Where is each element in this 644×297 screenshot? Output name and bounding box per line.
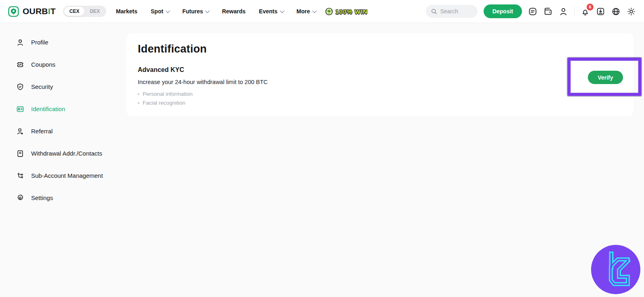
ourbit-logo[interactable]: OURBIT xyxy=(8,6,56,17)
promo-100-win-banner[interactable]: 100% WIN xyxy=(325,8,368,15)
chevron-down-icon xyxy=(205,8,210,13)
ourbit-wordmark: OURBIT xyxy=(23,6,56,16)
sidebar-item-label: Profile xyxy=(31,39,48,46)
main-nav: Markets Spot Futures Rewards Events More xyxy=(116,8,316,15)
sidebar-item-label: Settings xyxy=(31,194,53,201)
search-box[interactable] xyxy=(426,5,478,18)
kyc-requirements-list: Personal information Facial recognition xyxy=(138,90,622,107)
theme-sun-icon[interactable] xyxy=(627,7,636,16)
advanced-kyc-title: Advanced KYC xyxy=(138,66,622,74)
top-navigation-bar: OURBIT CEX DEX Markets Spot Futures Rewa… xyxy=(0,0,644,23)
nav-futures[interactable]: Futures xyxy=(182,8,208,15)
divider xyxy=(574,7,575,16)
account-sidebar: Profile Coupons Security xyxy=(0,23,119,209)
globe-language-icon[interactable] xyxy=(611,7,621,16)
sidebar-item-label: Referral xyxy=(31,128,53,135)
subaccount-branch-icon xyxy=(16,172,24,180)
sidebar-item-label: Sub-Account Management xyxy=(31,172,103,179)
sidebar-item-label: Security xyxy=(31,83,53,90)
sidebar-item-settings[interactable]: Settings xyxy=(0,187,119,209)
page-title: Identification xyxy=(138,43,622,55)
verify-button[interactable]: Verify xyxy=(588,71,623,84)
id-card-icon xyxy=(16,105,24,113)
support-widget-logo[interactable] xyxy=(591,244,641,295)
win-ball-icon xyxy=(325,8,333,15)
sidebar-item-profile[interactable]: Profile xyxy=(0,31,119,53)
chevron-down-icon xyxy=(166,8,170,13)
nav-more[interactable]: More xyxy=(297,8,316,15)
sidebar-item-coupons[interactable]: Coupons xyxy=(0,53,119,76)
identification-card: Identification Advanced KYC Increase you… xyxy=(126,33,633,116)
nav-events[interactable]: Events xyxy=(259,8,283,15)
download-icon[interactable] xyxy=(596,7,605,16)
search-input[interactable] xyxy=(440,8,473,15)
sidebar-item-label: Coupons xyxy=(31,61,55,68)
sidebar-item-label: Withdrawal Addr./Contacts xyxy=(31,150,102,157)
user-plus-icon xyxy=(16,127,24,135)
chevron-down-icon xyxy=(312,8,317,13)
notification-count-badge: 6 xyxy=(587,4,593,11)
sidebar-item-sub-account[interactable]: Sub-Account Management xyxy=(0,164,119,187)
settings-icon xyxy=(16,194,24,202)
address-book-icon xyxy=(16,150,24,158)
shield-check-icon xyxy=(16,83,24,91)
kyc-requirement-item: Facial recognition xyxy=(138,99,622,107)
user-icon xyxy=(16,38,24,46)
sidebar-item-withdrawal-contacts[interactable]: Withdrawal Addr./Contacts xyxy=(0,142,119,164)
kyc-requirement-item: Personal information xyxy=(138,90,622,99)
user-icon[interactable] xyxy=(559,7,568,16)
nav-spot[interactable]: Spot xyxy=(151,8,169,15)
nav-markets[interactable]: Markets xyxy=(116,8,137,15)
sidebar-item-identification[interactable]: Identification xyxy=(0,98,119,120)
sidebar-item-security[interactable]: Security xyxy=(0,76,119,98)
notifications-bell-icon[interactable]: 6 xyxy=(581,7,590,16)
nav-rewards[interactable]: Rewards xyxy=(222,8,245,15)
topbar-actions: Deposit 6 xyxy=(426,4,636,18)
toggle-cex[interactable]: CEX xyxy=(64,7,85,16)
wallet-icon[interactable] xyxy=(543,7,553,16)
sidebar-item-referral[interactable]: Referral xyxy=(0,120,119,142)
ourbit-logo-icon xyxy=(8,6,19,17)
bullet-icon xyxy=(138,102,139,104)
deposit-button[interactable]: Deposit xyxy=(484,4,522,18)
toggle-dex[interactable]: DEX xyxy=(84,7,105,16)
chat-icon[interactable] xyxy=(528,7,537,16)
promo-label: 100% WIN xyxy=(335,8,368,15)
bullet-icon xyxy=(138,93,139,95)
chevron-down-icon xyxy=(280,8,284,13)
sidebar-item-label: Identification xyxy=(31,105,65,112)
cex-dex-toggle: CEX DEX xyxy=(63,6,106,17)
search-icon xyxy=(431,8,438,15)
ticket-icon xyxy=(16,61,24,69)
kyc-description: Increase your 24-hour withdrawal limit t… xyxy=(138,79,622,85)
